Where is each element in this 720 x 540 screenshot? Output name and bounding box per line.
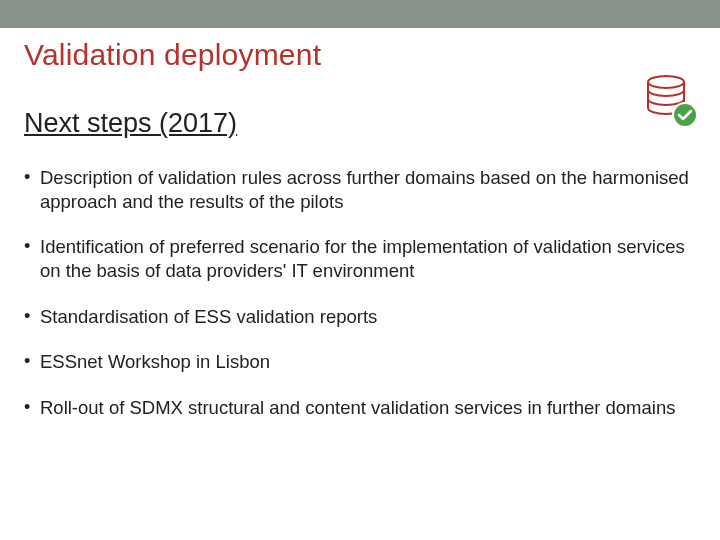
page-title: Validation deployment (24, 38, 321, 72)
subtitle: Next steps (2017) (24, 108, 237, 139)
svg-point-1 (673, 103, 697, 127)
list-item: Standardisation of ESS validation report… (24, 305, 696, 329)
database-check-icon (642, 72, 698, 128)
bullet-list: Description of validation rules across f… (24, 166, 696, 442)
list-item: Identification of preferred scenario for… (24, 235, 696, 282)
top-accent-bar (0, 0, 720, 28)
list-item: ESSnet Workshop in Lisbon (24, 350, 696, 374)
list-item: Description of validation rules across f… (24, 166, 696, 213)
svg-point-0 (648, 76, 684, 88)
list-item: Roll-out of SDMX structural and content … (24, 396, 696, 420)
